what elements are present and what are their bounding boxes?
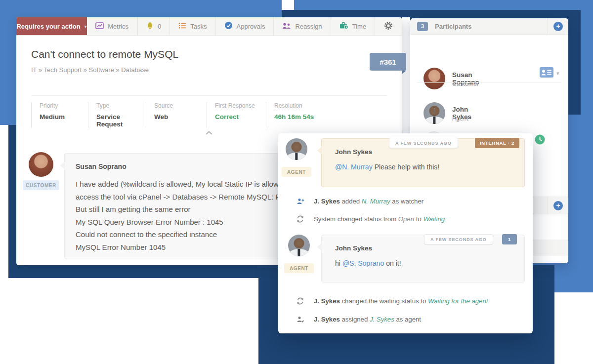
event-text: J. Sykes assigned J. Sykes as agent [314, 316, 523, 324]
add-participant-button[interactable]: + [553, 22, 563, 31]
chevron-down-icon: ▾ [85, 24, 87, 29]
ticket-toolbar: Requires your action ▾ Metrics 0 Tasks A… [16, 17, 402, 36]
collapse-chevron-icon[interactable] [205, 128, 213, 137]
timeline-event: System changed status from Open to Waiti… [296, 215, 523, 224]
field-source[interactable]: Source Web [146, 102, 207, 128]
message-author: John Sykes [335, 244, 512, 252]
time-label: Time [352, 23, 366, 30]
app-screenshot: Requires your action ▾ Metrics 0 Tasks A… [0, 0, 593, 364]
event-text: J. Sykes changed the waiting status to W… [314, 297, 523, 305]
field-label: Source [154, 102, 207, 109]
field-value: Medium [40, 113, 88, 121]
settings-button[interactable] [375, 17, 402, 35]
notifications-count: 0 [158, 23, 161, 30]
mention-link[interactable]: @S. Soprano [342, 259, 384, 267]
message-text-rest: Please help with this! [375, 163, 440, 171]
participants-title: Participants [435, 23, 471, 30]
message-text: hi@S. Sopranoon it! [335, 259, 512, 267]
timestamp-pill: A FEW SECONDS AGO [424, 234, 493, 244]
agent-message-bubble: John Sykes hi@S. Sopranoon it! [321, 235, 525, 283]
field-value: Correct [215, 113, 266, 121]
field-value: Web [154, 113, 207, 121]
check-circle-icon [224, 21, 233, 31]
internal-tag: INTERNAL · 2 [475, 138, 519, 148]
refresh-icon [296, 297, 304, 306]
event-text: J. Sykes added N. Murray as watcher [314, 198, 523, 205]
field-value: 46h 16m 54s [274, 113, 387, 121]
tasks-label: Tasks [190, 23, 207, 30]
field-label: Priority [40, 102, 88, 109]
bg-navy-band-bottom [8, 265, 258, 278]
time-button[interactable]: Time [331, 17, 375, 35]
avatar [286, 138, 307, 160]
briefcase-clock-icon [339, 22, 348, 31]
page-title: Can't connect to remote MySQL [31, 48, 178, 60]
add-follower-button[interactable]: + [553, 201, 563, 210]
message-text: @N. MurrayPlease help with this! [335, 163, 512, 171]
participants-count-badge: 3 [417, 22, 428, 31]
checklist-icon [178, 22, 186, 31]
timeline-event: J. Sykes added N. Murray as watcher [296, 198, 523, 206]
reassign-label: Reassign [295, 23, 322, 30]
count-tag: 1 [502, 234, 517, 244]
contact-card-icon [540, 67, 553, 80]
mention-link[interactable]: @N. Murray [335, 163, 373, 171]
timestamp-pill: A FEW SECONDS AGO [389, 138, 458, 148]
gear-icon [383, 21, 393, 32]
approvals-button[interactable]: Approvals [215, 17, 274, 35]
field-value: Service Request [96, 113, 146, 128]
message-author: John Sykes [335, 148, 512, 156]
metrics-button[interactable]: Metrics [87, 17, 137, 35]
customer-role-badge: CUSTOMER [23, 180, 59, 190]
bell-icon [146, 22, 154, 31]
participants-header: 3 Participants + [410, 18, 568, 35]
conversation-panel: AGENT A FEW SECONDS AGO INTERNAL · 2 Joh… [278, 133, 533, 333]
requires-action-dropdown[interactable]: Requires your action ▾ [16, 17, 87, 35]
field-label: Type [96, 102, 146, 109]
contact-card-dropdown[interactable]: ▾ [540, 67, 559, 80]
connector-line [434, 108, 434, 115]
field-priority[interactable]: Priority Medium [31, 102, 88, 128]
field-resolution[interactable]: Resolution 46h 16m 54s [266, 102, 387, 128]
bg-blue-strip-top [294, 0, 593, 11]
reassign-button[interactable]: Reassign [273, 17, 330, 35]
requires-action-label: Requires your action [16, 23, 80, 30]
ticket-properties-row: Priority Medium Type Service Request Sou… [31, 95, 387, 128]
avatar [424, 102, 445, 124]
field-first-response[interactable]: First Response Correct [207, 102, 266, 128]
avatar [29, 152, 53, 177]
followers-plus-zone: + [548, 197, 568, 214]
refresh-icon [296, 215, 304, 224]
participant-role: Customer [452, 81, 479, 87]
avatar [288, 235, 310, 256]
user-plus-icon [296, 198, 304, 206]
field-label: First Response [215, 102, 266, 109]
message-text-prefix: hi [335, 259, 340, 267]
timeline-event: J. Sykes changed the waiting status to W… [296, 297, 523, 306]
field-type[interactable]: Type Service Request [88, 102, 146, 128]
divider [417, 82, 561, 83]
approvals-label: Approvals [237, 23, 265, 30]
event-text: System changed status from Open to Waiti… [314, 215, 523, 223]
participant-role: Agent [452, 115, 468, 122]
breadcrumb: IT » Tech Support » Software » Database [31, 66, 149, 74]
message-text-rest: on it! [386, 259, 401, 267]
metrics-label: Metrics [108, 23, 128, 30]
user-assign-icon [296, 316, 304, 324]
chart-icon [95, 22, 104, 31]
agent-role-badge: AGENT [282, 167, 311, 177]
notifications-button[interactable]: 0 [137, 17, 169, 35]
agent-role-badge: AGENT [284, 263, 314, 273]
people-icon [282, 22, 291, 31]
field-label: Resolution [274, 102, 387, 109]
avatar [424, 68, 445, 89]
timeline-event: J. Sykes assigned J. Sykes as agent [296, 316, 523, 324]
participants-plus-zone: + [548, 18, 568, 34]
tasks-button[interactable]: Tasks [169, 17, 215, 35]
ticket-id-badge: #361 [370, 53, 406, 71]
caret-down-icon: ▾ [556, 70, 559, 77]
clock-icon [535, 134, 545, 147]
